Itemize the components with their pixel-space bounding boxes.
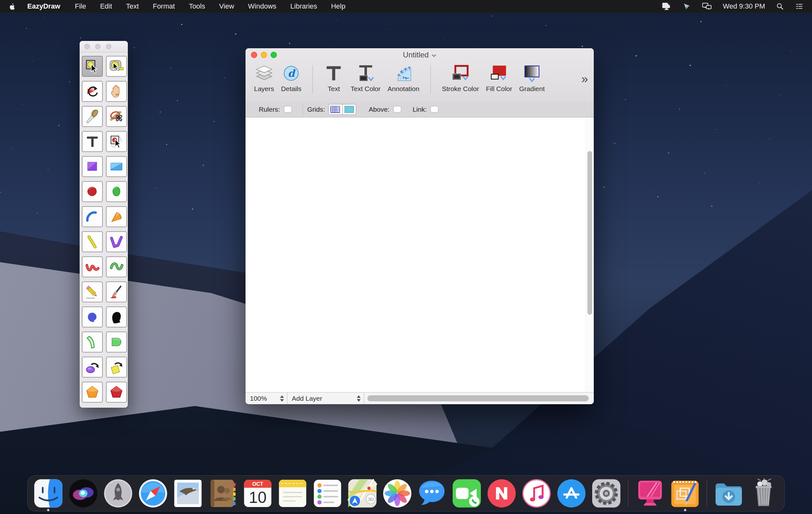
palette-minimize-button[interactable] <box>95 44 100 49</box>
palette-zoom-button[interactable] <box>106 44 111 49</box>
circle-tool[interactable] <box>82 181 103 202</box>
text-color-icon <box>356 63 376 83</box>
dock-item-maps[interactable]: 3D <box>347 478 377 509</box>
menu-windows[interactable]: Windows <box>241 2 283 10</box>
menu-libraries[interactable]: Libraries <box>283 2 324 10</box>
rotate-shape-tool[interactable] <box>82 356 103 377</box>
notification-center-icon[interactable] <box>795 2 804 10</box>
measure-tool[interactable] <box>106 56 127 77</box>
dock-item-trash[interactable] <box>749 478 779 509</box>
spotlight-search-icon[interactable] <box>776 2 784 10</box>
silhouette-tool[interactable] <box>106 307 127 327</box>
dock-item-mail[interactable] <box>173 478 203 509</box>
brush-tool[interactable] <box>106 281 127 303</box>
dock-item-photos[interactable] <box>382 478 412 509</box>
dock-item-finder[interactable] <box>33 478 63 509</box>
toolbar-text-color-button[interactable]: Text Color <box>350 63 381 93</box>
dock-item-contacts[interactable] <box>208 478 238 509</box>
menu-clock[interactable]: Wed 9:30 PM <box>723 2 765 10</box>
horizontal-scrollbar-thumb[interactable] <box>367 395 589 401</box>
spiral-tool[interactable] <box>82 307 103 327</box>
pencil-tool[interactable] <box>82 281 103 303</box>
toolbar-annotation-button[interactable]: TEXTTTAnnotation <box>387 63 419 93</box>
layer-menu[interactable]: Add Layer <box>287 393 364 404</box>
text-icon <box>324 63 344 83</box>
dock-item-safari[interactable] <box>138 478 168 509</box>
select-red-tool[interactable] <box>106 131 127 152</box>
toolbar-details-button[interactable]: dDetails <box>281 63 301 93</box>
drawing-canvas[interactable] <box>245 117 585 392</box>
pentagon-tool[interactable] <box>82 382 103 403</box>
menu-format[interactable]: Format <box>146 2 182 10</box>
toolbar-gradient-button[interactable]: Gradient <box>519 63 545 93</box>
dock-item-launchpad[interactable] <box>103 478 133 509</box>
knife-tool[interactable] <box>82 106 103 127</box>
menu-file[interactable]: File <box>68 2 93 10</box>
dock-item-app-store[interactable] <box>556 478 586 509</box>
tool-palette-titlebar[interactable] <box>80 41 128 52</box>
round-shape-tool[interactable] <box>106 332 127 352</box>
dock-item-notes[interactable] <box>278 478 308 509</box>
apple-menu-icon[interactable] <box>4 3 20 10</box>
rectangle-tool[interactable] <box>82 156 103 177</box>
rulers-checkbox[interactable] <box>284 106 292 113</box>
polyline-tool[interactable] <box>106 231 127 252</box>
menu-help[interactable]: Help <box>324 2 352 10</box>
toolbar-overflow-button[interactable]: » <box>581 72 587 86</box>
window-title[interactable]: Untitled <box>245 51 594 59</box>
no-command-tool[interactable]: ⌘ <box>106 106 127 127</box>
menu-edit[interactable]: Edit <box>93 2 119 10</box>
dock-item-itunes[interactable] <box>521 478 552 509</box>
dock-item-eazydraw[interactable] <box>670 478 700 509</box>
send-icon[interactable] <box>682 2 691 11</box>
arc-tool[interactable] <box>82 206 103 227</box>
menu-tools[interactable]: Tools <box>182 2 212 10</box>
monitor-icon[interactable] <box>662 2 671 10</box>
wedge-tool[interactable] <box>106 206 127 227</box>
toolbar-fill-color-button[interactable]: Fill Color <box>486 63 512 93</box>
menu-app-name[interactable]: EazyDraw <box>20 2 68 10</box>
vane-tool[interactable] <box>82 332 103 352</box>
menu-view[interactable]: View <box>212 2 241 10</box>
toolbar-layers-button[interactable]: Layers <box>254 63 274 93</box>
bezier-curve-tool[interactable] <box>106 256 127 277</box>
dock-item-calendar[interactable]: OCT10 <box>243 478 273 509</box>
select-tool[interactable] <box>82 56 103 77</box>
menu-text[interactable]: Text <box>119 2 146 10</box>
palette-close-button[interactable] <box>84 44 90 49</box>
dock-item-facetime[interactable] <box>452 478 482 509</box>
toolbar-stroke-color-button[interactable]: Stroke Color <box>442 63 479 93</box>
window-titlebar[interactable]: Untitled <box>245 48 594 62</box>
vertical-scrollbar[interactable] <box>585 117 594 392</box>
zoom-stepper-arrows[interactable] <box>280 395 284 402</box>
vertical-scrollbar-thumb[interactable] <box>587 151 592 315</box>
mirror-displays-icon[interactable] <box>702 2 712 10</box>
link-label: Link: <box>413 106 427 113</box>
dock-item-reminders[interactable] <box>313 478 343 509</box>
toolbar-text-button[interactable]: Text <box>324 63 344 93</box>
layer-menu-arrows[interactable] <box>357 395 360 402</box>
undo-shape-tool[interactable] <box>82 81 103 102</box>
polygon-tool[interactable] <box>106 382 127 403</box>
horizontal-scrollbar[interactable] <box>364 393 594 404</box>
rounded-rectangle-tool[interactable] <box>106 156 127 177</box>
dock-item-news[interactable] <box>487 478 517 509</box>
text-tool[interactable] <box>82 131 103 152</box>
curve-tool[interactable] <box>82 256 103 277</box>
dock-item-cleanmymac[interactable] <box>635 478 665 509</box>
line-tool[interactable] <box>82 231 103 252</box>
options-divider <box>302 105 303 114</box>
toolbar-label: Annotation <box>387 85 419 93</box>
dock-item-downloads[interactable] <box>714 478 744 509</box>
ellipse-tool[interactable] <box>106 181 127 202</box>
dock-item-messages[interactable] <box>417 478 447 509</box>
pan-hand-tool[interactable] <box>106 81 127 102</box>
grid-color-segment[interactable] <box>342 105 356 115</box>
link-checkbox[interactable] <box>430 106 438 113</box>
zoom-stepper[interactable]: 100% <box>245 393 287 404</box>
dock-item-system-preferences[interactable] <box>591 478 621 509</box>
dock-item-siri[interactable] <box>68 478 98 509</box>
flip-shape-tool[interactable] <box>106 356 127 377</box>
grid-lines-segment[interactable] <box>328 105 342 115</box>
above-checkbox[interactable] <box>393 106 401 113</box>
